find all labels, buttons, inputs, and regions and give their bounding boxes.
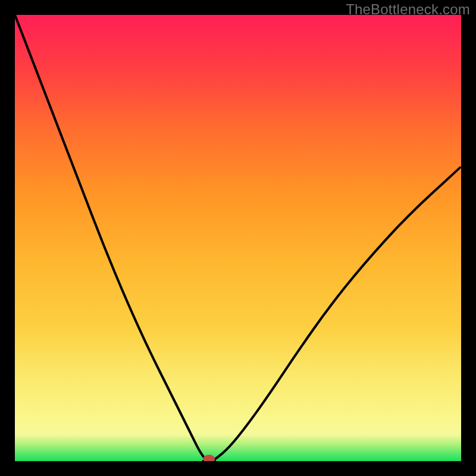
plot-svg: [15, 15, 461, 461]
curve-line: [15, 15, 461, 461]
marker-dot: [203, 455, 215, 461]
bottleneck-plot: [15, 15, 461, 461]
